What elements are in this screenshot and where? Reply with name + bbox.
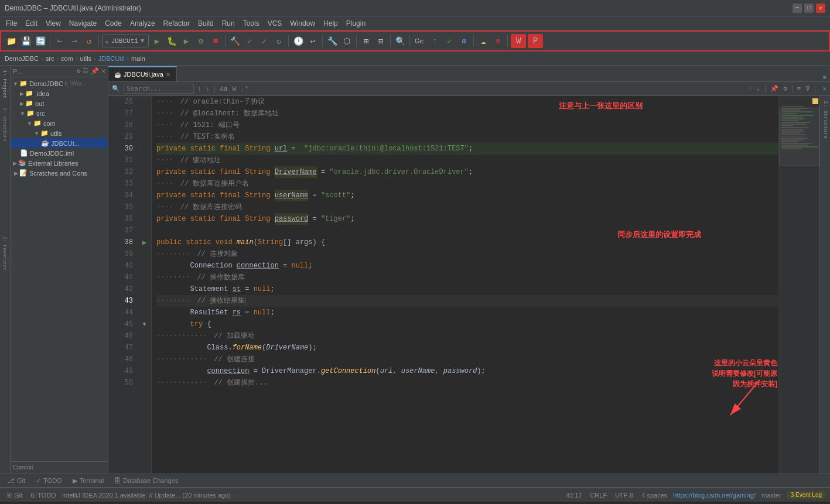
- todo-bottom-tab[interactable]: ✓ TODO: [31, 476, 67, 486]
- menu-file[interactable]: File: [2, 18, 21, 29]
- menu-analyze[interactable]: Analyze: [127, 18, 159, 29]
- status-position[interactable]: 43:17: [563, 492, 585, 499]
- status-git[interactable]: 9: Git: [5, 492, 25, 499]
- debug-button[interactable]: 🐛: [165, 35, 178, 47]
- close-button[interactable]: ✕: [816, 4, 825, 13]
- structure-tab[interactable]: 2: Structure: [821, 98, 829, 141]
- sidebar-layout-icon[interactable]: ☰: [83, 67, 88, 75]
- recent-files-icon[interactable]: ≡: [822, 74, 826, 81]
- back-button[interactable]: ←: [53, 35, 66, 47]
- menu-refactor[interactable]: Refactor: [160, 18, 193, 29]
- menu-view[interactable]: View: [42, 18, 64, 29]
- breadcrumb-file[interactable]: JDBCUtil: [98, 55, 125, 62]
- open-folder-button[interactable]: 📁: [5, 35, 18, 47]
- menu-help[interactable]: Help: [320, 18, 341, 29]
- tree-item-src[interactable]: ▼ 📁 src: [11, 108, 108, 118]
- menu-vcs[interactable]: VCS: [264, 18, 286, 29]
- tree-item-external-libs[interactable]: ▶ 📚 External Libraries: [11, 158, 108, 168]
- status-encoding[interactable]: UTF-8: [613, 492, 636, 499]
- plugin1-button[interactable]: W: [511, 34, 526, 48]
- favorites-label[interactable]: 2: Favorites: [2, 236, 8, 270]
- menu-window[interactable]: Window: [286, 18, 319, 29]
- split-v-button[interactable]: ⊟: [374, 35, 387, 47]
- menu-edit[interactable]: Edit: [22, 18, 41, 29]
- stop-button[interactable]: ■: [209, 35, 222, 47]
- sidebar-settings-icon[interactable]: ⚙: [77, 67, 81, 75]
- plugin2-button[interactable]: P: [528, 34, 543, 48]
- build-button[interactable]: 🔨: [228, 35, 241, 47]
- run-config-button[interactable]: ⚙: [194, 35, 207, 47]
- search-input[interactable]: [124, 84, 194, 94]
- close-editor-toolbar-btn[interactable]: ✕: [821, 85, 828, 92]
- tree-item-jdbcutil[interactable]: ☕ JDBCUt...: [11, 138, 108, 148]
- terminal-bottom-tab[interactable]: ▶ Terminal: [68, 476, 109, 486]
- whole-word-btn[interactable]: W: [231, 85, 237, 92]
- favorites-panel-tab[interactable]: 2: Favorites: [0, 234, 11, 273]
- status-link[interactable]: https://blog.csdn.net/gaming/: [673, 492, 756, 499]
- filter-btn[interactable]: ⊽: [804, 85, 811, 92]
- revert-button[interactable]: ↺: [83, 35, 95, 47]
- history-button[interactable]: 🕐: [292, 35, 305, 47]
- toggle2-button[interactable]: ⊗: [491, 35, 504, 47]
- menu-plugin[interactable]: Plugin: [343, 18, 369, 29]
- git-bottom-tab[interactable]: ⎇ Git: [2, 476, 30, 486]
- structure-tab-left[interactable]: 2: Structure: [1, 105, 9, 144]
- git-merge-button[interactable]: ⊕: [457, 35, 470, 47]
- undo-button[interactable]: ↩: [306, 35, 319, 47]
- menu-build[interactable]: Build: [194, 18, 217, 29]
- tree-item-utils[interactable]: ▼ 📁 utils: [11, 128, 108, 138]
- menu-run[interactable]: Run: [218, 18, 238, 29]
- tree-item-out[interactable]: ▶ 📁 out: [11, 98, 108, 108]
- menu-code[interactable]: Code: [101, 18, 125, 29]
- run-button[interactable]: ▶: [151, 35, 163, 47]
- maximize-button[interactable]: □: [804, 4, 814, 13]
- prev-result-icon[interactable]: ↑: [196, 85, 203, 92]
- tab-close-button[interactable]: ✕: [166, 71, 170, 78]
- apply-changes-button[interactable]: ✓: [258, 35, 271, 47]
- sidebar-pin-icon[interactable]: 📌: [91, 67, 99, 75]
- tree-item-demojdbc[interactable]: ▼ 📁 DemoJDBC E:\Wor...: [11, 78, 108, 88]
- match-case-btn[interactable]: Aa: [218, 85, 228, 92]
- run-with-coverage-button[interactable]: ▶: [180, 35, 193, 47]
- scroll-down-btn[interactable]: ↓: [756, 85, 762, 92]
- search-button[interactable]: 🔍: [394, 35, 407, 47]
- menu-tools[interactable]: Tools: [240, 18, 263, 29]
- tree-item-scratches[interactable]: ▶ 📝 Scratches and Cons: [11, 168, 108, 178]
- menu-navigate[interactable]: Navigate: [66, 18, 100, 29]
- run-config-dropdown[interactable]: ☕ JDBCUti ▼: [102, 35, 149, 47]
- tools-button[interactable]: 🔧: [326, 35, 339, 47]
- fold-line45-button[interactable]: ▼: [142, 321, 146, 328]
- sidebar-close-icon[interactable]: ✕: [101, 67, 105, 75]
- breadcrumb-com[interactable]: com: [61, 55, 73, 62]
- breadcrumb-project[interactable]: DemoJDBC: [5, 55, 39, 62]
- editor-tab-jdbcutil[interactable]: ☕ JDBCUtil.java ✕: [108, 66, 177, 81]
- status-line-ending[interactable]: CRLF: [588, 492, 609, 499]
- tree-item-iml[interactable]: 📄 DemoJDBC.iml: [11, 148, 108, 158]
- next-result-icon[interactable]: ↓: [205, 85, 211, 92]
- git-check-button[interactable]: ✓: [443, 35, 456, 47]
- database-changes-tab[interactable]: 🗄 Database Changes: [110, 476, 183, 485]
- status-indent[interactable]: 4 spaces: [639, 492, 670, 499]
- breadcrumb-main[interactable]: main: [131, 55, 145, 62]
- commit-panel-tab[interactable]: Commit: [11, 461, 108, 474]
- run-line38-button[interactable]: ▶: [142, 238, 146, 247]
- sync-button[interactable]: 🔄: [34, 35, 47, 47]
- breadcrumb-src[interactable]: src: [46, 55, 54, 62]
- minimize-button[interactable]: ─: [793, 4, 802, 13]
- minimap-viewport[interactable]: [779, 108, 819, 166]
- scroll-up-btn[interactable]: ↑: [747, 85, 753, 92]
- project-tab[interactable]: 1: Project: [1, 68, 9, 101]
- event-log-button[interactable]: 3 Event Log: [787, 491, 825, 499]
- pin-btn[interactable]: 📌: [769, 85, 780, 92]
- status-branch[interactable]: master: [759, 492, 784, 499]
- tree-item-com[interactable]: ▼ 📁 com: [11, 118, 108, 128]
- code-content[interactable]: ···· // oracle:thin-子协议 ···· // @localho…: [152, 96, 778, 474]
- settings-btn[interactable]: ⚙: [782, 85, 788, 92]
- toggle1-button[interactable]: ☁: [477, 35, 490, 47]
- save-button[interactable]: 💾: [19, 35, 32, 47]
- sync2-button[interactable]: ⬡: [340, 35, 353, 47]
- check-button[interactable]: ✓: [243, 35, 256, 47]
- status-todo[interactable]: 6: TODO: [28, 492, 59, 499]
- git-push-button[interactable]: ↑: [428, 35, 441, 47]
- forward-button[interactable]: →: [68, 35, 81, 47]
